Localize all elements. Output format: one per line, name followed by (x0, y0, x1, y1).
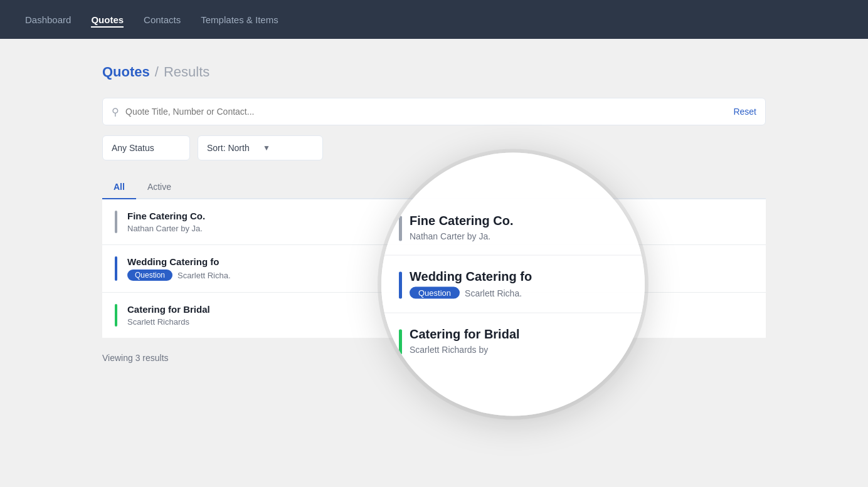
result-subtitle: Scarlett Richards (127, 317, 753, 327)
results-tabs: All Active (102, 175, 766, 199)
list-item[interactable]: Wedding Catering fo Question Scarlett Ri… (102, 245, 766, 293)
status-bar (115, 304, 117, 327)
status-bar (115, 256, 117, 281)
search-input[interactable] (125, 107, 733, 117)
results-list: Fine Catering Co. Nathan Carter by Ja. W… (102, 199, 766, 338)
status-badge: Question (127, 270, 172, 281)
status-bar (115, 211, 117, 233)
nav-contacts[interactable]: Contacts (144, 12, 181, 28)
viewing-count: Viewing 3 results (102, 353, 766, 363)
result-title: Catering for Bridal (127, 304, 378, 315)
result-content: Wedding Catering fo Question Scarlett Ri… (127, 256, 753, 281)
reset-button[interactable]: Reset (733, 107, 756, 117)
sort-label: Sort: North (207, 143, 258, 153)
list-item[interactable]: Fine Catering Co. Nathan Carter by Ja. (102, 199, 766, 245)
breadcrumb: Quotes / Results (102, 64, 766, 80)
result-title: Fine Catering Co. (127, 211, 378, 221)
nav-quotes[interactable]: Quotes (91, 12, 124, 28)
nav-templates-items[interactable]: Templates & Items (201, 12, 278, 28)
breadcrumb-current: Results (164, 64, 209, 80)
nav-dashboard[interactable]: Dashboard (25, 12, 71, 28)
tab-active[interactable]: Active (136, 175, 183, 199)
result-content: Fine Catering Co. Nathan Carter by Ja. (127, 211, 753, 233)
result-title: Wedding Catering fo (127, 256, 378, 267)
status-filter[interactable]: Any Status (102, 135, 190, 160)
list-item[interactable]: Catering for Bridal Scarlett Richards (102, 293, 766, 338)
search-bar: ⚲ Reset (102, 98, 766, 125)
filter-row: Any Status Sort: North ▼ (102, 135, 766, 160)
top-navigation: Dashboard Quotes Contacts Templates & It… (0, 0, 868, 39)
breadcrumb-quotes-link[interactable]: Quotes (102, 64, 150, 80)
tab-all[interactable]: All (102, 175, 136, 199)
result-subtitle: Question Scarlett Richa. (127, 270, 753, 281)
main-content: Quotes / Results ⚲ Reset Any Status Sort… (0, 39, 868, 487)
breadcrumb-separator: / (155, 64, 159, 80)
result-content: Catering for Bridal Scarlett Richards (127, 304, 753, 327)
chevron-down-icon: ▼ (263, 144, 314, 152)
result-subtitle: Nathan Carter by Ja. (127, 224, 753, 233)
sort-dropdown[interactable]: Sort: North ▼ (198, 135, 323, 160)
search-icon: ⚲ (112, 106, 119, 118)
